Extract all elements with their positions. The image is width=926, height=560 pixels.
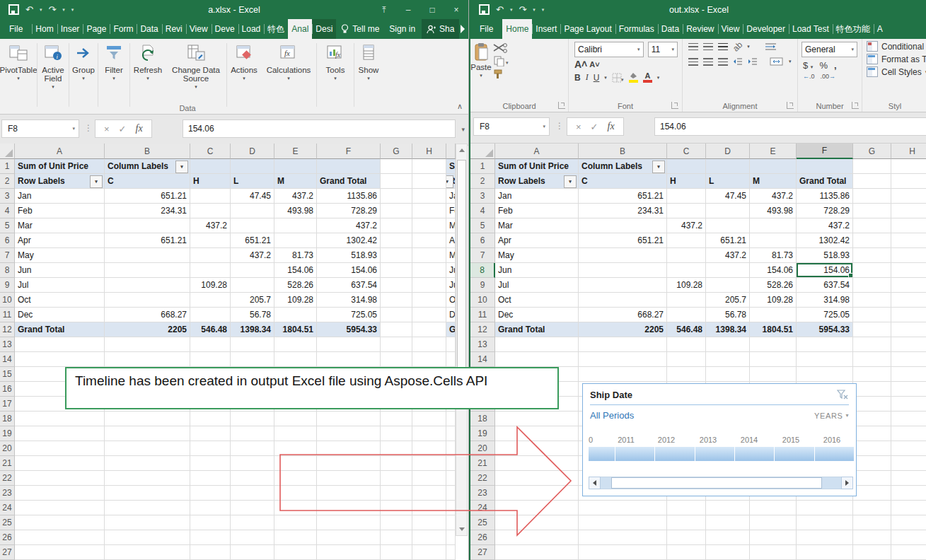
row-header-15[interactable]: 15 xyxy=(0,367,15,382)
row-header-14[interactable]: 14 xyxy=(0,352,15,367)
cell-x9[interactable]: Jul xyxy=(446,278,456,293)
cell-C10[interactable] xyxy=(190,293,231,308)
row-header-8[interactable]: 8 xyxy=(470,263,495,278)
cell-G6[interactable] xyxy=(381,233,412,248)
ribbon-button-calculations[interactable]: fxCalculations▾ xyxy=(261,41,316,81)
decrease-indent-icon[interactable] xyxy=(733,57,743,66)
cell-C1[interactable] xyxy=(190,159,231,174)
cell-E14[interactable] xyxy=(750,352,797,367)
cell-E21[interactable] xyxy=(274,456,317,471)
timeline-panel[interactable]: Ship Date All Periods YEARS▾ 02011201220… xyxy=(582,383,857,496)
cell-F19[interactable] xyxy=(317,426,381,441)
cell-H21[interactable] xyxy=(412,456,446,471)
share-button[interactable]: Sha xyxy=(422,19,459,39)
cell-C9[interactable]: 109.28 xyxy=(190,278,231,293)
row-header-5[interactable]: 5 xyxy=(0,218,15,233)
cell-G22[interactable] xyxy=(853,471,891,486)
percent-format-button[interactable]: % xyxy=(819,60,828,71)
cell-C15[interactable] xyxy=(667,367,706,382)
cell-H6[interactable] xyxy=(891,233,926,248)
cell-A3[interactable]: Jan xyxy=(15,189,105,204)
cell-F12[interactable]: 5954.33 xyxy=(797,322,853,337)
column-header-d[interactable]: D xyxy=(231,144,274,159)
sign-in-button[interactable]: Sign in xyxy=(384,19,420,39)
cell-A19[interactable] xyxy=(495,426,579,441)
row-header-3[interactable]: 3 xyxy=(0,189,15,204)
cell-x14[interactable] xyxy=(446,352,456,367)
cell-F12[interactable]: 5954.33 xyxy=(317,322,381,337)
cell-E11[interactable] xyxy=(750,308,797,322)
cell-E25[interactable] xyxy=(750,515,797,530)
cell-A18[interactable] xyxy=(15,412,105,426)
formula-bar-splitter[interactable]: ⋮ xyxy=(555,121,564,131)
cell-B6[interactable]: 651.21 xyxy=(105,233,190,248)
cell-B1[interactable]: Column Labels▾ xyxy=(579,159,667,174)
cell-G23[interactable] xyxy=(853,486,891,501)
cell-A11[interactable]: Dec xyxy=(495,308,579,322)
cell-A14[interactable] xyxy=(495,352,579,367)
cell-B5[interactable] xyxy=(579,218,667,233)
align-left-icon[interactable] xyxy=(688,58,698,66)
cell-D10[interactable]: 205.7 xyxy=(231,293,274,308)
tab-deve[interactable]: Deve xyxy=(212,19,238,39)
cell-B26[interactable] xyxy=(579,530,667,545)
cell-B1[interactable]: Column Labels▾ xyxy=(105,159,190,174)
cell-x23[interactable] xyxy=(446,486,456,501)
row-header-1[interactable]: 1 xyxy=(0,159,15,174)
cell-E24[interactable] xyxy=(274,501,317,515)
row-header-21[interactable]: 21 xyxy=(0,456,15,471)
cell-H26[interactable] xyxy=(412,530,446,545)
name-box-dropdown-icon[interactable]: ▾ xyxy=(543,124,549,129)
enter-icon[interactable]: ✓ xyxy=(119,124,127,134)
cell-H10[interactable] xyxy=(412,293,446,308)
cell-D18[interactable] xyxy=(231,412,274,426)
cell-E2[interactable]: M xyxy=(274,174,317,189)
cell-C9[interactable]: 109.28 xyxy=(667,278,706,293)
row-header-11[interactable]: 11 xyxy=(0,308,15,322)
cell-F11[interactable]: 725.05 xyxy=(797,308,853,322)
cell-A9[interactable]: Jul xyxy=(15,278,105,293)
cell-x8[interactable]: Jun xyxy=(446,263,456,278)
cell-G10[interactable] xyxy=(381,293,412,308)
cell-x4[interactable]: Feb xyxy=(446,204,456,218)
cell-C23[interactable] xyxy=(190,486,231,501)
cell-C22[interactable] xyxy=(190,471,231,486)
cell-B10[interactable] xyxy=(105,293,190,308)
cell-x6[interactable]: Apr xyxy=(446,233,456,248)
cell-C3[interactable] xyxy=(667,189,706,204)
scroll-up-icon[interactable] xyxy=(456,144,467,156)
cell-D26[interactable] xyxy=(231,530,274,545)
cell-A20[interactable] xyxy=(495,441,579,456)
cell-A5[interactable]: Mar xyxy=(15,218,105,233)
cell-G27[interactable] xyxy=(853,545,891,560)
cell-G18[interactable] xyxy=(853,412,891,426)
cell-A24[interactable] xyxy=(15,501,105,515)
cell-F8[interactable]: 154.06 xyxy=(797,263,853,278)
cell-F6[interactable]: 1302.42 xyxy=(797,233,853,248)
underline-button[interactable]: U xyxy=(594,73,600,83)
cell-C25[interactable] xyxy=(190,515,231,530)
cell-B12[interactable]: 2205 xyxy=(579,322,667,337)
cell-A10[interactable]: Oct xyxy=(495,293,579,308)
cell-A25[interactable] xyxy=(495,515,579,530)
row-header-14[interactable]: 14 xyxy=(470,352,495,367)
cell-C6[interactable] xyxy=(667,233,706,248)
cell-G9[interactable] xyxy=(381,278,412,293)
cell-B13[interactable] xyxy=(105,337,190,352)
cell-E6[interactable] xyxy=(750,233,797,248)
cell-E27[interactable] xyxy=(274,545,317,560)
cell-F5[interactable]: 437.2 xyxy=(317,218,381,233)
cell-A1[interactable]: Sum of Unit Price xyxy=(495,159,579,174)
minimize-icon[interactable]: – xyxy=(396,0,420,19)
cell-D14[interactable] xyxy=(706,352,750,367)
cell-H3[interactable] xyxy=(412,189,446,204)
cell-H3[interactable] xyxy=(891,189,926,204)
tab-file[interactable]: File xyxy=(470,19,502,39)
cell-E1[interactable] xyxy=(274,159,317,174)
cell-B8[interactable] xyxy=(579,263,667,278)
timeline-segment[interactable] xyxy=(615,447,655,461)
cell-D27[interactable] xyxy=(231,545,274,560)
tab-file[interactable]: File xyxy=(0,19,32,39)
cell-B4[interactable]: 234.31 xyxy=(105,204,190,218)
cell-F27[interactable] xyxy=(797,545,853,560)
